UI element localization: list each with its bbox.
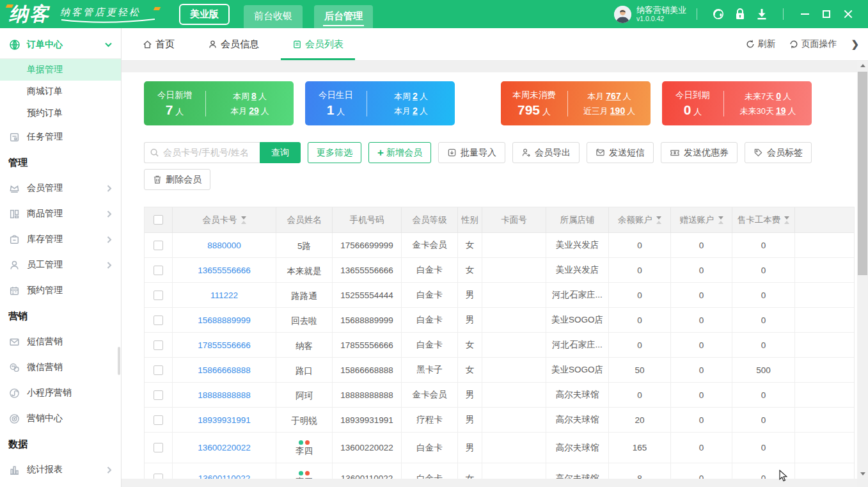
stat-card-birthday-today: 今日生日 1人 本周2人 本月2人 <box>305 81 455 125</box>
row-checkbox[interactable] <box>154 340 163 350</box>
table-row: 13600220022 李四 13600220022 白金卡 男 高尔夫球馆 1… <box>145 433 854 463</box>
scroll-down-arrow[interactable] <box>857 469 868 479</box>
vertical-scrollbar[interactable] <box>857 61 868 479</box>
send-sms-button[interactable]: 发送短信 <box>587 142 654 163</box>
member-card-no-link[interactable]: 8880000 <box>207 241 241 250</box>
sidebar-item-wechat-marketing[interactable]: 微信营销 <box>0 355 121 380</box>
page-actions-button[interactable]: 页面操作 <box>789 38 837 50</box>
sort-icons <box>241 216 246 224</box>
search-button[interactable]: 查询 <box>260 142 301 163</box>
search-input[interactable]: 会员卡号/手机号/姓名 <box>144 142 260 163</box>
trash-icon <box>153 175 162 184</box>
balance-cell: 0 <box>609 383 671 408</box>
col-header-balance[interactable]: 余额账户 <box>609 207 671 233</box>
member-card-no-link[interactable]: 13600220022 <box>198 443 251 452</box>
member-card-no-link[interactable]: 15688889999 <box>198 315 251 325</box>
sidebar-item-goods-manage[interactable]: 商品管理 <box>0 201 121 227</box>
balance-cell: 0 <box>609 308 671 333</box>
member-card-no-link[interactable]: 17855556666 <box>198 340 251 350</box>
member-name-cell: 李四 <box>276 433 333 463</box>
red-dot <box>305 440 310 445</box>
tag-icon <box>754 148 763 157</box>
lock-icon[interactable] <box>729 8 751 20</box>
member-tag-button[interactable]: 会员标签 <box>745 142 812 163</box>
more-filter-button[interactable]: 更多筛选 <box>308 142 361 163</box>
select-all-checkbox[interactable] <box>154 215 163 225</box>
refresh-button[interactable]: 刷新 <box>746 38 775 50</box>
page-actions-expand-chevron[interactable]: ❯ <box>851 38 859 50</box>
member-card-no-link[interactable]: 18939931991 <box>198 415 251 425</box>
vertical-scrollbar-thumb[interactable] <box>858 72 867 275</box>
add-member-button[interactable]: +新增会员 <box>368 142 431 163</box>
sidebar-item-marketing-center[interactable]: 营销中心 <box>0 406 121 431</box>
member-export-button[interactable]: 会员导出 <box>512 142 580 163</box>
gift-cell: 0 <box>671 463 732 479</box>
calendar-icon <box>9 285 20 296</box>
nav-backend-manage[interactable]: 后台管理 <box>314 5 373 28</box>
scroll-up-arrow[interactable] <box>857 61 868 70</box>
download-icon[interactable] <box>751 8 773 20</box>
sidebar-item-member-manage[interactable]: 会员管理 <box>0 175 121 201</box>
row-checkbox[interactable] <box>154 315 163 325</box>
sort-icons <box>656 216 661 224</box>
extra-cell <box>795 463 854 479</box>
member-card-no-link[interactable]: 18888888888 <box>198 390 251 400</box>
sidebar-item-miniprogram-marketing[interactable]: 小程序营销 <box>0 380 121 406</box>
window-minimize-button[interactable] <box>794 4 816 24</box>
sidebar-item-order-docs[interactable]: 单据管理 <box>0 59 121 81</box>
sidebar-item-mall-orders[interactable]: 商城订单 <box>0 81 121 102</box>
member-card-no-link[interactable]: 15866668888 <box>198 365 251 375</box>
sort-icons <box>784 216 789 224</box>
card-face-cell <box>482 463 546 479</box>
col-header-gift[interactable]: 赠送账户 <box>671 207 732 233</box>
member-card-no-link[interactable]: 111222 <box>210 291 238 300</box>
gift-cell: 0 <box>671 233 732 258</box>
card-fee-cell: 0 <box>732 463 795 479</box>
sidebar-section-data: 数据 <box>0 431 121 457</box>
sidebar-item-task-manage[interactable]: 任务管理 <box>0 124 121 150</box>
balance-cell: 0 <box>609 283 671 308</box>
sort-icons <box>718 216 723 224</box>
tab-member-info[interactable]: 会员信息 <box>208 28 259 60</box>
sidebar-item-booking-orders[interactable]: 预约订单 <box>0 102 121 124</box>
table-row: 15866668888 路口 15866668888 黑卡子 女 美业SOGO店… <box>145 358 854 383</box>
member-name-cell: 阿珂 <box>276 383 333 408</box>
card-face-cell <box>482 283 546 308</box>
member-card-no-link[interactable]: 13655556666 <box>198 266 251 275</box>
col-header-card-fee[interactable]: 售卡工本费 <box>732 207 795 233</box>
row-checkbox[interactable] <box>154 474 163 479</box>
col-header-card-no[interactable]: 会员卡号 <box>173 207 276 233</box>
nav-front-cashier[interactable]: 前台收银 <box>244 5 303 28</box>
window-close-button[interactable] <box>837 4 859 24</box>
page-actions-icon <box>789 40 798 49</box>
sidebar-item-booking-manage[interactable]: 预约管理 <box>0 278 121 303</box>
card-face-cell <box>482 358 546 383</box>
delete-member-button[interactable]: 删除会员 <box>144 169 210 190</box>
horizontal-scrollbar[interactable] <box>122 479 857 487</box>
sidebar-item-staff-manage[interactable]: 员工管理 <box>0 252 121 278</box>
member-name-cell: 李四 <box>276 463 333 479</box>
window-maximize-button[interactable] <box>816 4 837 24</box>
sidebar-item-sms-marketing[interactable]: 短信营销 <box>0 329 121 355</box>
row-checkbox[interactable] <box>154 291 163 300</box>
member-card-no-link[interactable]: 13600110022 <box>198 474 251 479</box>
row-checkbox[interactable] <box>154 443 163 452</box>
tab-member-list[interactable]: 会员列表 <box>292 28 343 60</box>
edition-button[interactable]: 美业版 <box>179 4 230 25</box>
sidebar-item-order-center[interactable]: 订单中心 <box>0 31 121 59</box>
customer-service-icon[interactable] <box>707 8 729 20</box>
row-checkbox[interactable] <box>154 365 163 375</box>
row-checkbox[interactable] <box>154 390 163 400</box>
row-checkbox[interactable] <box>154 241 163 250</box>
row-checkbox[interactable] <box>154 266 163 275</box>
send-coupon-button[interactable]: 发送优惠券 <box>661 142 738 163</box>
sidebar-scrollbar-thumb[interactable] <box>118 347 120 375</box>
batch-import-button[interactable]: 批量导入 <box>438 142 505 163</box>
user-account[interactable]: 纳客营销美业 v1.0.0.42 <box>614 6 686 23</box>
balance-cell: 0 <box>609 258 671 283</box>
row-checkbox[interactable] <box>154 415 163 425</box>
sidebar-item-stock-manage[interactable]: 库存管理 <box>0 227 121 252</box>
gift-cell: 0 <box>671 258 732 283</box>
tab-home[interactable]: 首页 <box>143 28 175 60</box>
sidebar-item-statistics-report[interactable]: 统计报表 <box>0 457 121 483</box>
